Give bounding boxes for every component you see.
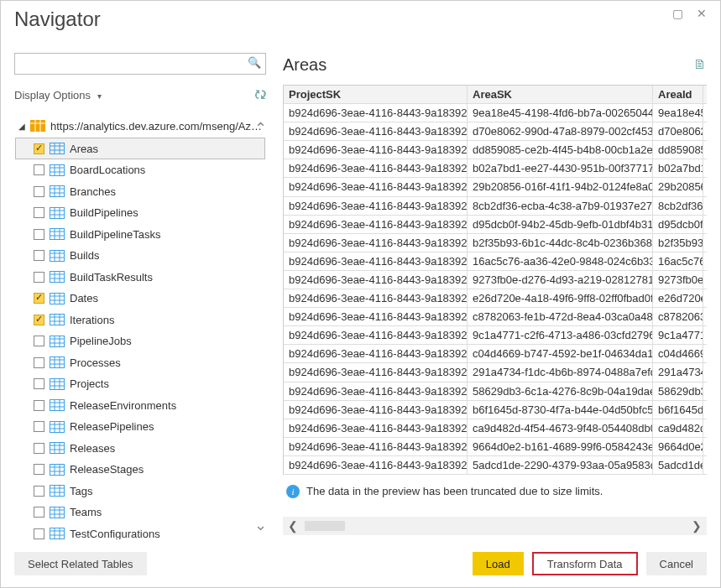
left-pane: 🔍 Display Options ▾ 🗘 ◢ https://analyt (14, 38, 266, 540)
search-box: 🔍 (14, 53, 266, 75)
table-checkbox[interactable] (34, 229, 44, 240)
table-checkbox[interactable] (34, 186, 44, 197)
table-item-iterations[interactable]: Iterations (15, 310, 265, 331)
scroll-right-icon[interactable]: ❯ (692, 519, 702, 533)
table-item-releaseenvironments[interactable]: ReleaseEnvironments (15, 395, 265, 417)
table-item-boardlocations[interactable]: BoardLocations (15, 159, 265, 181)
data-source-label: https://analytics.dev.azure.com/mseng/Az… (50, 120, 265, 133)
table-checkbox[interactable] (34, 164, 44, 175)
table-checkbox[interactable] (34, 143, 44, 154)
table-item-branches[interactable]: Branches (15, 181, 265, 203)
edit-icon[interactable]: 🗎 (693, 57, 707, 72)
table-row[interactable]: b924d696-3eae-4116-8443-9a18392d8544dd85… (284, 141, 707, 159)
display-options[interactable]: Display Options ▾ 🗘 (14, 83, 266, 107)
table-row[interactable]: b924d696-3eae-4116-8443-9a18392d854429b2… (284, 178, 707, 196)
table-checkbox[interactable] (34, 272, 44, 283)
table-row[interactable]: b924d696-3eae-4116-8443-9a18392d8544291a… (284, 363, 707, 382)
table-item-builds[interactable]: Builds (15, 245, 265, 267)
table-checkbox[interactable] (34, 357, 44, 368)
table-checkbox[interactable] (34, 421, 44, 432)
table-checkbox[interactable] (34, 528, 44, 539)
column-header[interactable]: AreaSK (468, 86, 653, 103)
table-label: BuildPipelineTasks (70, 228, 160, 241)
table-icon (50, 143, 65, 154)
table-checkbox[interactable] (34, 293, 44, 304)
column-header[interactable]: AreaId (653, 86, 703, 103)
table-row[interactable]: b924d696-3eae-4116-8443-9a18392d8544ca9d… (284, 419, 707, 438)
table-label: Areas (70, 143, 98, 155)
scroll-thumb[interactable] (305, 521, 685, 531)
table-row[interactable]: b924d696-3eae-4116-8443-9a18392d8544d70e… (284, 122, 707, 141)
table-icon (50, 228, 65, 240)
cell: 29b20856 (653, 178, 703, 195)
table-item-pipelinejobs[interactable]: PipelineJobs (15, 330, 265, 352)
search-icon[interactable]: 🔍 (248, 56, 261, 69)
table-checkbox[interactable] (34, 486, 44, 497)
tree-scroll-down[interactable]: ⌄ (254, 516, 266, 534)
search-input[interactable] (14, 53, 266, 75)
collapse-icon[interactable]: ◢ (18, 122, 25, 131)
table-label: BuildTaskResults (70, 271, 153, 284)
select-related-tables-button[interactable]: Select Related Tables (14, 552, 147, 575)
table-checkbox[interactable] (34, 400, 44, 411)
table-row[interactable]: b924d696-3eae-4116-8443-9a18392d8544e26d… (284, 289, 707, 308)
table-item-areas[interactable]: Areas (15, 138, 265, 159)
cell: d70e8062-990d-47a8-8979-002cf4536db2 (468, 122, 653, 140)
table-icon (50, 464, 65, 476)
table-label: Releases (70, 442, 115, 455)
scroll-left-icon[interactable]: ❮ (288, 519, 298, 533)
cell: e26d720e (653, 289, 703, 307)
tree-scroll-up[interactable]: ⌃ (254, 119, 266, 138)
table-item-testconfigurations[interactable]: TestConfigurations (15, 523, 265, 540)
column-header[interactable]: ProjectSK (284, 86, 468, 103)
table-row[interactable]: b924d696-3eae-4116-8443-9a18392d854416ac… (284, 252, 707, 271)
table-label: Branches (70, 185, 116, 198)
table-row[interactable]: b924d696-3eae-4116-8443-9a18392d8544b02a… (284, 159, 707, 178)
table-checkbox[interactable] (34, 207, 44, 218)
table-row[interactable]: b924d696-3eae-4116-8443-9a18392d8544b2f3… (284, 234, 707, 252)
table-checkbox[interactable] (34, 336, 44, 346)
table-row[interactable]: b924d696-3eae-4116-8443-9a18392d85448cb2… (284, 197, 707, 216)
cell: b924d696-3eae-4116-8443-9a18392d8544 (284, 252, 468, 270)
table-item-processes[interactable]: Processes (15, 352, 265, 374)
table-row[interactable]: b924d696-3eae-4116-8443-9a18392d85449c1a… (284, 326, 707, 345)
transform-data-button[interactable]: Transform Data (532, 552, 638, 575)
table-item-projects[interactable]: Projects (15, 373, 265, 395)
horizontal-scrollbar[interactable]: ❮ ❯ (283, 517, 707, 535)
table-row[interactable]: b924d696-3eae-4116-8443-9a18392d85445862… (284, 382, 707, 401)
table-checkbox[interactable] (34, 250, 44, 261)
cancel-button[interactable]: Cancel (646, 552, 707, 575)
maximize-icon[interactable]: ▢ (672, 8, 683, 19)
window-title: Navigator (14, 8, 101, 31)
svg-rect-94 (50, 528, 65, 539)
table-checkbox[interactable] (34, 507, 44, 518)
table-item-releasestages[interactable]: ReleaseStages (15, 459, 265, 481)
table-item-tags[interactable]: Tags (15, 481, 265, 502)
table-item-buildtaskresults[interactable]: BuildTaskResults (15, 267, 265, 289)
cell: b924d696-3eae-4116-8443-9a18392d8544 (284, 419, 468, 437)
table-item-buildpipelines[interactable]: BuildPipelines (15, 202, 265, 224)
table-row[interactable]: b924d696-3eae-4116-8443-9a18392d85449664… (284, 438, 707, 456)
table-item-buildpipelinetasks[interactable]: BuildPipelineTasks (15, 224, 265, 246)
table-row[interactable]: b924d696-3eae-4116-8443-9a18392d85445adc… (284, 456, 707, 475)
data-source-node[interactable]: ◢ https://analytics.dev.azure.com/mseng/… (15, 114, 265, 138)
table-checkbox[interactable] (34, 315, 44, 325)
cell: d95dcb0f-94b2-45db-9efb-01dbf4b31563 (468, 216, 653, 233)
table-item-dates[interactable]: Dates (15, 288, 265, 310)
table-row[interactable]: b924d696-3eae-4116-8443-9a18392d8544d95d… (284, 216, 707, 234)
table-checkbox[interactable] (34, 443, 44, 454)
refresh-icon[interactable]: 🗘 (254, 88, 266, 101)
table-row[interactable]: b924d696-3eae-4116-8443-9a18392d8544b6f1… (284, 401, 707, 419)
table-checkbox[interactable] (34, 378, 44, 389)
cell: b2f35b93-6b1c-44dc-8c4b-0236b368d18f (468, 234, 653, 252)
table-row[interactable]: b924d696-3eae-4116-8443-9a18392d85449273… (284, 271, 707, 289)
table-item-releasepipelines[interactable]: ReleasePipelines (15, 416, 265, 438)
load-button[interactable]: Load (473, 552, 524, 575)
table-item-releases[interactable]: Releases (15, 438, 265, 460)
table-checkbox[interactable] (34, 464, 44, 475)
table-row[interactable]: b924d696-3eae-4116-8443-9a18392d85449ea1… (284, 104, 707, 122)
table-row[interactable]: b924d696-3eae-4116-8443-9a18392d8544c878… (284, 308, 707, 326)
table-item-teams[interactable]: Teams (15, 502, 265, 523)
table-row[interactable]: b924d696-3eae-4116-8443-9a18392d8544c04d… (284, 345, 707, 363)
close-icon[interactable]: ✕ (697, 8, 707, 19)
